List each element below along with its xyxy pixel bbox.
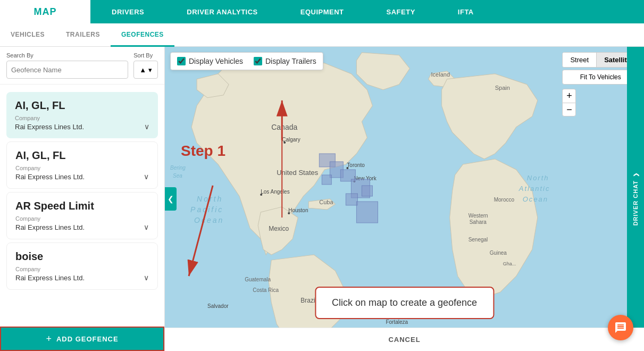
geofence-company-row: Rai Express Lines Ltd. ∨	[15, 223, 149, 231]
svg-text:Ocean: Ocean	[194, 216, 224, 224]
search-input[interactable]	[6, 61, 128, 79]
geofence-name: boise	[15, 250, 149, 263]
svg-rect-45	[322, 175, 331, 185]
display-trailers-label: Display Trailers	[265, 57, 316, 65]
svg-text:Cuba: Cuba	[319, 199, 333, 205]
geofence-tooltip-text: Click on map to create a geofence	[332, 297, 477, 308]
display-trailers-input[interactable]	[254, 57, 262, 65]
sort-button[interactable]: ▲ ▾	[133, 61, 158, 79]
svg-text:Los Angeles: Los Angeles	[261, 189, 290, 195]
sort-group: Sort By ▲ ▾	[133, 52, 158, 79]
svg-text:Brazil: Brazil	[300, 297, 316, 304]
geofence-list-item[interactable]: AR Speed Limit Company Rai Express Lines…	[6, 192, 158, 239]
svg-text:Fortaleza: Fortaleza	[386, 319, 408, 325]
svg-text:Salvador: Salvador	[207, 303, 229, 309]
geofence-name: AR Speed Limit	[15, 200, 149, 212]
chevron-down-icon: ∨	[144, 273, 149, 282]
sidebar-toggle-button[interactable]: ❮	[165, 187, 177, 211]
chevron-left-icon: ❮	[168, 195, 174, 203]
svg-text:Gha...: Gha...	[503, 261, 516, 266]
nav-item-safety[interactable]: SAFETY	[365, 0, 437, 23]
geofence-company-label: Company	[15, 115, 149, 121]
geofence-list-item[interactable]: AI, GL, FL Company Rai Express Lines Ltd…	[6, 92, 158, 138]
svg-text:Ocean: Ocean	[523, 195, 548, 203]
svg-text:North: North	[527, 174, 549, 182]
svg-point-33	[288, 212, 290, 214]
main-layout: Search By Sort By ▲ ▾ AI, GL, FL Company…	[0, 47, 644, 351]
map-area[interactable]: Canada United States Mexico Guatemala Co…	[165, 47, 644, 351]
geofence-company-label: Company	[15, 165, 149, 171]
svg-text:Canada: Canada	[271, 123, 297, 131]
geofence-company-name: Rai Express Lines Ltd.	[15, 223, 85, 231]
svg-text:United States: United States	[277, 169, 319, 177]
svg-text:Iceland: Iceland	[431, 71, 450, 78]
svg-point-27	[346, 167, 348, 169]
search-group: Search By	[6, 52, 128, 79]
driver-chat-label: DRIVER CHAT ❯	[632, 172, 639, 225]
nav-logo: MAP	[0, 0, 90, 23]
nav-items: DRIVERS DRIVER ANALYTICS EQUIPMENT SAFET…	[90, 0, 644, 23]
svg-text:Atlantic: Atlantic	[518, 185, 550, 193]
display-vehicles-input[interactable]	[177, 57, 186, 65]
geofence-company-label: Company	[15, 266, 149, 272]
zoom-in-button[interactable]: +	[562, 89, 576, 103]
svg-text:Western: Western	[469, 213, 488, 219]
geofence-company-name: Rai Express Lines Ltd.	[15, 274, 85, 282]
chat-bubble-button[interactable]	[608, 315, 633, 340]
street-view-button[interactable]: Street	[563, 53, 597, 67]
display-trailers-checkbox[interactable]: Display Trailers	[254, 57, 316, 65]
display-vehicles-checkbox[interactable]: Display Vehicles	[177, 57, 243, 65]
svg-text:Morocco: Morocco	[494, 197, 515, 203]
geofence-company-row: Rai Express Lines Ltd. ∨	[15, 273, 149, 282]
svg-text:Spain: Spain	[495, 85, 510, 91]
chevron-down-icon: ∨	[144, 172, 149, 181]
svg-rect-44	[356, 202, 378, 223]
nav-item-equipment[interactable]: EQUIPMENT	[279, 0, 365, 23]
step-annotation: Step 1	[181, 143, 225, 160]
svg-text:Bering: Bering	[170, 165, 186, 171]
add-geofence-label: ADD GEOFENCE	[56, 335, 119, 343]
subnav-vehicles[interactable]: VEHICLES	[0, 23, 55, 47]
sort-label: Sort By	[133, 52, 158, 59]
svg-point-25	[283, 141, 286, 144]
zoom-out-button[interactable]: −	[562, 103, 576, 116]
add-geofence-button[interactable]: + ADD GEOFENCE	[0, 327, 164, 351]
svg-text:Sahara: Sahara	[470, 219, 487, 225]
svg-text:Toronto: Toronto	[347, 162, 365, 168]
search-label: Search By	[6, 52, 128, 59]
step-label: Step 1	[181, 143, 225, 160]
svg-point-31	[260, 194, 262, 196]
geofence-tooltip: Click on map to create a geofence	[315, 287, 494, 319]
sub-navigation: VEHICLES TRAILERS GEOFENCES	[0, 23, 644, 47]
svg-text:North: North	[197, 195, 223, 203]
geofence-company-name: Rai Express Lines Ltd.	[15, 173, 85, 181]
sidebar: Search By Sort By ▲ ▾ AI, GL, FL Company…	[0, 47, 165, 351]
svg-text:Mexico: Mexico	[269, 225, 289, 232]
geofence-name: AI, GL, FL	[15, 149, 149, 162]
svg-text:Guinea: Guinea	[490, 250, 507, 256]
svg-text:Guatemala: Guatemala	[245, 277, 271, 282]
driver-chat-chevron-icon: ❯	[633, 172, 639, 177]
svg-text:Sea: Sea	[173, 173, 182, 179]
geofence-company-row: Rai Express Lines Ltd. ∨	[15, 172, 149, 181]
chevron-down-icon: ∨	[144, 122, 149, 131]
geofence-list: AI, GL, FL Company Rai Express Lines Ltd…	[0, 85, 164, 327]
geofence-list-item[interactable]: AI, GL, FL Company Rai Express Lines Ltd…	[6, 141, 158, 189]
geofence-company-label: Company	[15, 215, 149, 222]
cancel-button[interactable]: CANCEL	[165, 328, 644, 351]
subnav-geofences[interactable]: GEOFENCES	[111, 23, 174, 47]
geofence-company-name: Rai Express Lines Ltd.	[15, 123, 84, 131]
nav-item-driver-analytics[interactable]: DRIVER ANALYTICS	[165, 0, 279, 23]
subnav-trailers[interactable]: TRAILERS	[55, 23, 111, 47]
driver-chat-panel[interactable]: DRIVER CHAT ❯	[627, 47, 644, 351]
svg-rect-43	[346, 194, 357, 205]
nav-item-drivers[interactable]: DRIVERS	[90, 0, 165, 23]
svg-text:Pacific: Pacific	[190, 205, 223, 214]
svg-text:Senegal: Senegal	[469, 237, 488, 243]
sort-chevron-icon: ▾	[148, 66, 152, 74]
geofence-name: AI, GL, FL	[15, 99, 149, 112]
chat-icon	[614, 321, 627, 334]
sort-icon: ▲	[139, 66, 146, 74]
nav-item-ifta[interactable]: IFTA	[437, 0, 495, 23]
geofence-list-item[interactable]: boise Company Rai Express Lines Ltd. ∨	[6, 243, 158, 290]
